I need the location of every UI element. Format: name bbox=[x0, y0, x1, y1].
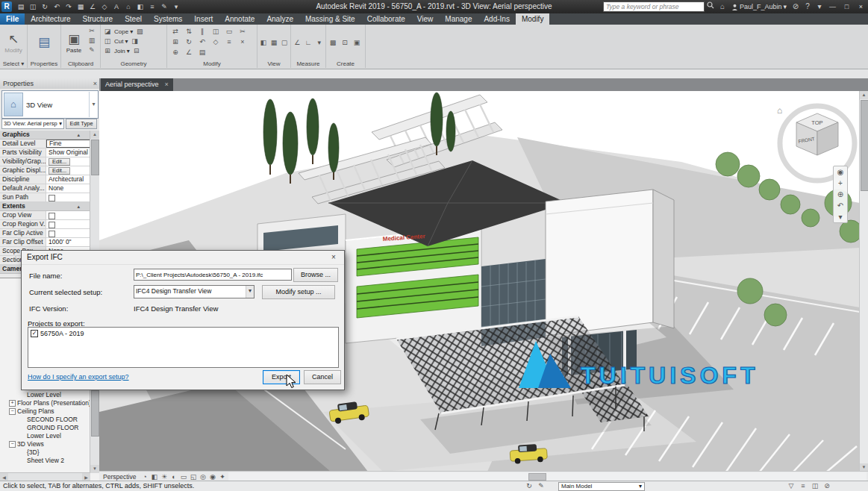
offset-icon[interactable]: ⇅ bbox=[182, 26, 196, 37]
scroll-up-icon[interactable]: ▲ bbox=[90, 131, 99, 139]
property-row[interactable]: Parts VisibilityShow Original bbox=[0, 148, 90, 157]
tab-steel[interactable]: Steel bbox=[119, 13, 148, 25]
perspective-label[interactable]: Perspective bbox=[99, 473, 140, 481]
scale-icon[interactable]: ◇ bbox=[209, 37, 222, 47]
zoom-icon[interactable]: ⊕ bbox=[834, 189, 847, 200]
minimize-button[interactable]: — bbox=[825, 0, 840, 13]
browser-item[interactable]: −Ceiling Plans bbox=[9, 407, 54, 416]
exclude-options-icon[interactable]: ⊘ bbox=[822, 481, 832, 491]
tab-addins[interactable]: Add-Ins bbox=[478, 13, 515, 25]
paint-icon[interactable]: ▨ bbox=[134, 27, 145, 37]
exchange-apps-icon[interactable]: ⊘ bbox=[790, 0, 802, 13]
select-settings-icon[interactable]: ≡ bbox=[798, 481, 808, 491]
linework-icon[interactable]: ▢ bbox=[280, 38, 289, 48]
navigation-bar[interactable]: ◉ + ⊕ ↶ ▾ bbox=[833, 166, 848, 223]
viewcube-home-icon[interactable]: ⌂ bbox=[777, 105, 782, 116]
section-extents[interactable]: Extents▴ bbox=[0, 202, 90, 211]
rotate-icon[interactable]: ↻ bbox=[182, 37, 196, 47]
setup-dropdown[interactable]: IFC4 Design Transfer View ▾ bbox=[134, 285, 255, 298]
create-assembly-icon[interactable]: ▣ bbox=[352, 38, 362, 48]
match-type-icon[interactable]: ✎ bbox=[87, 46, 97, 55]
instance-selector[interactable]: 3D View: Aerial persp ▾ bbox=[1, 119, 64, 129]
property-row[interactable]: Visibility/Grap...Edit... bbox=[0, 157, 90, 166]
modify-tool-button[interactable]: ↖ Modify bbox=[2, 26, 25, 59]
edit-button[interactable]: Edit... bbox=[49, 167, 70, 175]
tab-systems[interactable]: Systems bbox=[148, 13, 188, 25]
tab-architecture[interactable]: Architecture bbox=[25, 13, 76, 25]
tag-icon[interactable]: ◇ bbox=[99, 1, 110, 13]
browser-item[interactable]: +Floor Plans (Presentation) bbox=[9, 399, 91, 407]
infocenter-home-icon[interactable]: ⌂ bbox=[716, 0, 728, 13]
steering-wheel-icon[interactable]: ◉ bbox=[834, 166, 847, 178]
crop-view-icon[interactable]: ▭ bbox=[178, 473, 188, 481]
type-selector[interactable]: ⌂ 3D View ▾ bbox=[1, 90, 99, 119]
split-icon[interactable]: ✂ bbox=[236, 26, 249, 37]
cope-button[interactable]: ◪ Cope ▾ ▨ bbox=[102, 27, 145, 37]
crop-region-icon[interactable]: ◱ bbox=[188, 473, 198, 481]
property-row[interactable]: Default Analy...None bbox=[0, 184, 90, 193]
collapse-tree-icon[interactable]: − bbox=[9, 408, 16, 415]
panel-label-select[interactable]: Select bbox=[3, 60, 19, 67]
canvas-hscrollbar[interactable] bbox=[228, 472, 867, 481]
filter-icon[interactable]: ▽ bbox=[786, 481, 796, 491]
property-row[interactable]: Detail LevelFine bbox=[0, 140, 90, 148]
measure-tool-icon[interactable]: ∠ bbox=[182, 47, 196, 57]
tab-analyze[interactable]: Analyze bbox=[260, 13, 299, 25]
browser-item[interactable]: Lower Level bbox=[27, 432, 61, 440]
tab-structure[interactable]: Structure bbox=[77, 13, 119, 25]
canvas-vscrollbar[interactable]: ▲ ▼ bbox=[859, 91, 868, 472]
property-row[interactable]: DisciplineArchitectural bbox=[0, 175, 90, 184]
scroll-down-icon[interactable]: ▼ bbox=[90, 465, 99, 473]
copy-icon[interactable]: ▭ bbox=[222, 26, 236, 37]
browser-item[interactable]: {3D} bbox=[27, 448, 40, 457]
viewcube-top-label[interactable]: TOP bbox=[811, 119, 822, 126]
rewind-icon[interactable]: ↶ bbox=[834, 200, 847, 211]
property-row[interactable]: Graphic Displ...Edit... bbox=[0, 166, 90, 175]
editing-requests-icon[interactable]: ✎ bbox=[536, 481, 546, 491]
section-graphics[interactable]: Graphics▴ bbox=[0, 131, 90, 140]
project-list-item[interactable]: ✓ 56750A - 2019 bbox=[28, 328, 338, 338]
undo-icon[interactable]: ↶ bbox=[51, 1, 63, 13]
tab-view[interactable]: View bbox=[411, 13, 440, 25]
worksharing-icon[interactable]: ↻ bbox=[524, 481, 534, 491]
property-row[interactable]: Crop Region V... bbox=[0, 220, 90, 229]
maximize-button[interactable]: □ bbox=[840, 0, 854, 13]
tab-massing-site[interactable]: Massing & Site bbox=[299, 13, 361, 25]
cut-to-clipboard-icon[interactable]: ✂ bbox=[87, 26, 97, 36]
array-icon[interactable]: ⊞ bbox=[169, 37, 182, 47]
search-input[interactable] bbox=[603, 1, 705, 12]
move-icon[interactable]: ◫ bbox=[209, 26, 222, 37]
sync-icon[interactable]: ↻ bbox=[39, 1, 51, 13]
collapse-tree-icon[interactable]: − bbox=[9, 441, 16, 448]
file-name-input[interactable] bbox=[134, 269, 292, 281]
edit-type-button[interactable]: Edit Type bbox=[66, 119, 97, 129]
trim-icon[interactable]: ≡ bbox=[222, 37, 236, 47]
save-icon[interactable]: ◫ bbox=[27, 1, 39, 13]
section-icon[interactable]: ◧ bbox=[134, 1, 146, 13]
pin-icon[interactable]: ⊕ bbox=[169, 47, 182, 57]
navbar-more-icon[interactable]: ▾ bbox=[834, 211, 847, 222]
temporary-hide-icon[interactable]: ◎ bbox=[198, 473, 207, 481]
copy-to-clipboard-icon[interactable]: ▥ bbox=[87, 36, 97, 46]
mirror-icon[interactable]: ∥ bbox=[196, 26, 209, 37]
close-button[interactable]: × bbox=[854, 0, 868, 13]
expand-icon[interactable]: + bbox=[9, 400, 16, 407]
search-icon[interactable] bbox=[705, 0, 716, 13]
project-checkbox[interactable]: ✓ bbox=[31, 330, 38, 337]
crop-view-checkbox[interactable] bbox=[49, 213, 55, 219]
undo-trim-icon[interactable]: ↶ bbox=[196, 37, 209, 47]
unjoin-icon[interactable]: ⊟ bbox=[131, 46, 142, 56]
dialog-title-bar[interactable]: Export IFC × bbox=[22, 251, 344, 265]
measure-icon[interactable]: ∠ bbox=[87, 1, 99, 13]
tab-file[interactable]: File bbox=[0, 13, 25, 25]
unpin-icon[interactable]: ▤ bbox=[196, 47, 209, 57]
property-row[interactable]: Crop View bbox=[0, 211, 90, 220]
join-button[interactable]: ⊞ Join ▾ ⊟ bbox=[102, 46, 142, 56]
dialog-close-icon[interactable]: × bbox=[323, 251, 344, 264]
hide-elements-icon[interactable]: ◧ bbox=[259, 38, 268, 48]
text-icon[interactable]: A bbox=[110, 1, 122, 13]
reveal-hidden-icon[interactable]: ◉ bbox=[207, 473, 217, 481]
pan-icon[interactable]: + bbox=[834, 178, 847, 189]
cut-button[interactable]: ◫ Cut ▾ ◨ bbox=[102, 37, 140, 46]
browser-item[interactable]: SECOND FLOOR bbox=[27, 416, 78, 424]
